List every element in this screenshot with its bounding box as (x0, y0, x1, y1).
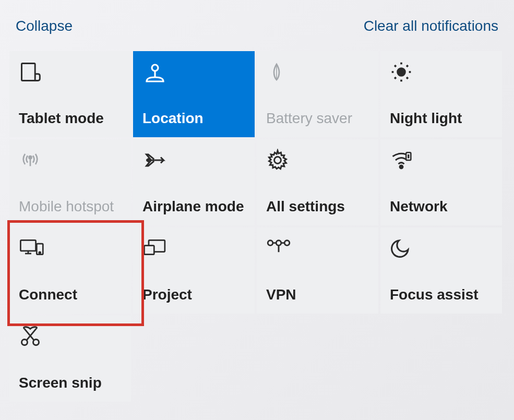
tile-network[interactable]: Network (380, 139, 502, 225)
svg-line-7 (395, 65, 396, 67)
tablet-mode-icon (19, 58, 122, 100)
network-icon (390, 147, 493, 188)
svg-rect-0 (22, 64, 35, 81)
focus-assist-moon-icon (390, 235, 493, 277)
project-icon (142, 235, 245, 277)
collapse-link[interactable]: Collapse (16, 18, 73, 34)
location-icon (142, 58, 245, 100)
tile-label: Night light (390, 110, 493, 130)
tile-label: Battery saver (266, 110, 369, 130)
screen-snip-icon (19, 323, 122, 365)
settings-gear-icon (266, 147, 369, 188)
quick-actions-grid: Tablet mode Location Battery saver (0, 42, 514, 402)
tile-airplane-mode[interactable]: Airplane mode (133, 139, 255, 225)
tile-label: All settings (266, 198, 369, 218)
tile-label: Focus assist (390, 286, 493, 306)
mobile-hotspot-icon (19, 147, 122, 188)
svg-point-24 (268, 241, 273, 246)
svg-point-2 (398, 68, 405, 76)
tile-label: Location (142, 110, 245, 130)
svg-rect-17 (20, 240, 35, 251)
tile-battery-saver[interactable]: Battery saver (257, 51, 378, 137)
connect-icon (19, 235, 122, 277)
svg-point-13 (274, 157, 281, 164)
tile-label: Tablet mode (19, 110, 122, 130)
tile-label: Mobile hotspot (19, 198, 122, 218)
svg-rect-23 (144, 246, 154, 255)
svg-point-1 (152, 65, 158, 71)
svg-point-12 (29, 156, 32, 159)
svg-point-26 (284, 241, 290, 246)
vpn-icon (266, 235, 369, 277)
night-light-icon (390, 58, 493, 100)
tile-label: Network (390, 198, 493, 218)
tile-label: VPN (266, 286, 369, 306)
svg-point-14 (400, 165, 403, 169)
tile-night-light[interactable]: Night light (380, 51, 502, 137)
svg-line-8 (407, 77, 408, 79)
tile-connect[interactable]: Connect (9, 227, 131, 314)
svg-point-25 (276, 241, 281, 246)
tile-project[interactable]: Project (133, 227, 255, 314)
action-center-header: Collapse Clear all notifications (0, 0, 514, 42)
tile-label: Airplane mode (142, 198, 245, 218)
tile-screen-snip[interactable]: Screen snip (9, 316, 131, 402)
clear-all-link[interactable]: Clear all notifications (364, 18, 498, 34)
svg-line-9 (395, 77, 396, 79)
airplane-icon (142, 147, 245, 188)
tile-vpn[interactable]: VPN (257, 227, 378, 314)
tile-all-settings[interactable]: All settings (257, 139, 378, 225)
tile-focus-assist[interactable]: Focus assist (380, 227, 502, 314)
tile-location[interactable]: Location (133, 51, 255, 137)
battery-saver-icon (266, 58, 369, 100)
tile-tablet-mode[interactable]: Tablet mode (9, 51, 131, 137)
tile-label: Screen snip (19, 375, 122, 394)
svg-point-21 (39, 252, 41, 254)
tile-mobile-hotspot[interactable]: Mobile hotspot (9, 139, 131, 225)
tile-label: Connect (19, 286, 122, 306)
tile-label: Project (142, 286, 245, 306)
svg-line-10 (407, 65, 408, 67)
